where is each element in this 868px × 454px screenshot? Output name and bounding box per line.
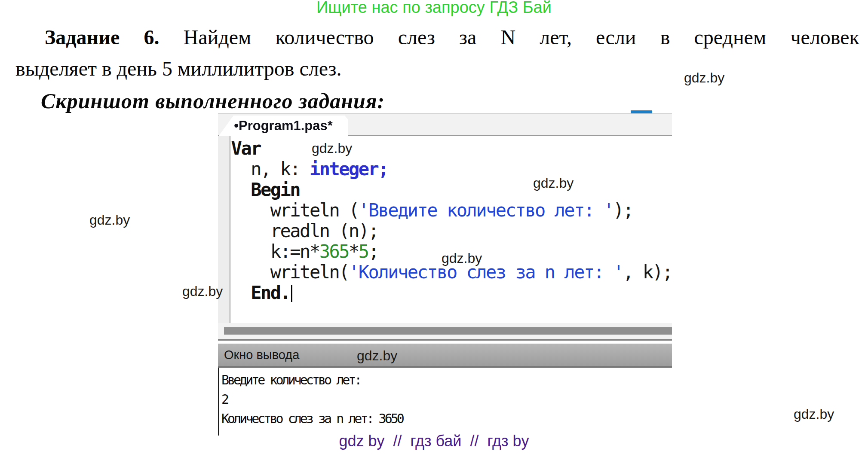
task-text-line1: Задание6.НайдемколичествослеззаNлет,если… [15,21,859,53]
tab-program1[interactable]: •Program1.pas* [219,116,348,136]
task-word: если [581,21,636,53]
task-word: среднем [680,21,767,53]
code-token: * [349,241,359,262]
promo-banner: Ищите нас по запросу ГДЗ Бай [0,0,868,17]
code-line: Begin [231,180,672,200]
output-line: Введите количество лет: [221,370,672,390]
code-token: ; [368,241,378,262]
task-text-line2: выделяет в день 5 миллилитров слез. [15,53,859,84]
window-accent-bar [631,110,652,113]
code-line: writeln ('Введите количество лет: '); [231,200,672,221]
code-token: ; [378,158,388,180]
watermark: gdz.by [533,175,574,191]
scrollbar-thumb[interactable] [224,327,672,335]
code-token: k:=n* [231,241,319,262]
task-word: количество [261,21,374,53]
task-word: слез [383,21,435,53]
task-word: в [646,21,670,53]
code-token: ); [613,200,633,221]
code-token: Var [231,138,261,159]
watermark: gdz.by [357,348,397,364]
task-word: лет, [525,21,572,53]
output-line: 2 [221,390,672,409]
footer-watermark: gdz by // гдз бай // гдз by [0,432,868,450]
text-caret [291,285,292,302]
code-token: writeln ( [231,200,359,221]
code-line: readln (n); [231,221,672,241]
code-area[interactable]: Var n, k: integer; Begin writeln ('Введи… [230,136,672,323]
watermark: gdz.by [684,70,724,86]
watermark: gdz.by [794,406,834,422]
code-token: integer [310,158,378,180]
code-editor[interactable]: Var n, k: integer; Begin writeln ('Введи… [218,136,672,323]
code-token: writeln( [231,262,349,283]
code-token: readln (n); [231,220,378,241]
output-window-body[interactable]: Введите количество лет:2Количество слез … [218,368,672,436]
task-word: N [486,21,515,53]
output-window-title: Окно вывода [224,348,299,362]
pascal-ide-window: •Program1.pas* Var n, k: integer; Begin … [218,113,672,433]
output-line: Количество слез за n лет: 3650 [221,409,672,428]
task-label: 6. [129,21,159,53]
code-token: 5 [359,241,368,262]
code-token: 365 [319,241,349,262]
task-word: Найдем [169,21,252,53]
task-paragraph: Задание6.НайдемколичествослеззаNлет,если… [15,21,859,84]
code-token: , k); [623,262,672,283]
code-token: n, k: [231,158,310,180]
task-word: за [445,21,476,53]
code-token: End. [231,282,290,303]
task-subtitle: Скриншот выполненного задания: [41,88,385,113]
code-token: 'Введите количество лет: ' [359,200,613,221]
tab-strip: •Program1.pas* [218,113,672,136]
watermark: gdz.by [182,283,223,299]
watermark: gdz.by [442,250,482,266]
code-line: n, k: integer; [231,159,672,180]
watermark: gdz.by [89,212,130,228]
horizontal-scrollbar[interactable] [218,323,672,341]
code-line: Var [231,138,672,159]
code-line: End. [231,283,672,303]
code-token: Begin [231,179,300,200]
task-word: человек [776,21,859,53]
panel-gap [218,341,672,344]
tab-label: •Program1.pas* [234,118,333,134]
task-label: Задание [30,21,120,53]
code-token: 'Количество слез за n лет: ' [349,262,623,283]
output-window-header[interactable]: Окно вывода [218,344,672,368]
watermark: gdz.by [312,140,352,156]
